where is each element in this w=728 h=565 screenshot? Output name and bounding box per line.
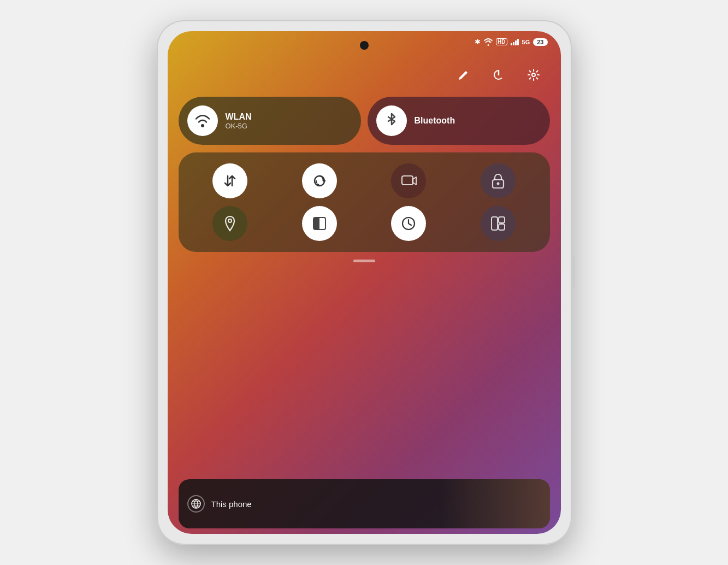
icon-grid-container bbox=[179, 152, 550, 252]
status-bar: ✱ 6 HD 5G 23 bbox=[475, 38, 547, 46]
wlan-tile[interactable]: WLAN OK-5G bbox=[179, 97, 361, 145]
status-bluetooth-icon: ✱ bbox=[475, 38, 481, 46]
camera-notch bbox=[360, 41, 369, 50]
media-globe-icon bbox=[187, 495, 205, 513]
bluetooth-title: Bluetooth bbox=[415, 116, 455, 126]
svg-point-8 bbox=[496, 183, 499, 185]
extra-dim-button[interactable] bbox=[302, 206, 337, 241]
wlan-title: WLAN bbox=[226, 112, 252, 122]
svg-rect-12 bbox=[313, 217, 319, 229]
quick-settings-panel: WLAN OK-5G Bluetooth bbox=[168, 64, 561, 268]
side-button[interactable] bbox=[573, 256, 575, 289]
svg-rect-15 bbox=[499, 217, 505, 223]
wlan-text: WLAN OK-5G bbox=[226, 112, 252, 130]
data-transfer-button[interactable] bbox=[212, 163, 247, 198]
svg-rect-6 bbox=[402, 176, 413, 185]
phone-frame: ✱ 6 HD 5G 23 bbox=[157, 20, 572, 545]
svg-rect-14 bbox=[492, 217, 498, 230]
main-toggle-row: WLAN OK-5G Bluetooth bbox=[179, 97, 550, 145]
wlan-subtitle: OK-5G bbox=[226, 122, 252, 130]
pencil-button[interactable] bbox=[453, 64, 475, 86]
phone-screen: ✱ 6 HD 5G 23 bbox=[168, 31, 561, 534]
media-thumbnail bbox=[441, 479, 550, 528]
power-button[interactable] bbox=[488, 64, 510, 86]
scroll-indicator bbox=[179, 260, 550, 262]
status-wifi-icon: 6 bbox=[484, 38, 493, 46]
svg-point-3 bbox=[532, 73, 535, 76]
5g-badge: 5G bbox=[522, 39, 530, 45]
multi-window-button[interactable] bbox=[481, 206, 516, 241]
bluetooth-icon-circle bbox=[376, 105, 407, 136]
media-title: This phone bbox=[211, 499, 252, 509]
bluetooth-tile[interactable]: Bluetooth bbox=[368, 97, 550, 145]
signal-bars bbox=[511, 39, 519, 45]
icon-grid bbox=[190, 163, 539, 241]
svg-point-4 bbox=[201, 124, 204, 127]
top-icons-row bbox=[179, 64, 550, 86]
battery-badge: 23 bbox=[533, 38, 547, 46]
lock-button[interactable] bbox=[481, 163, 516, 198]
hd-badge: HD bbox=[496, 38, 507, 45]
media-card[interactable]: This phone bbox=[179, 479, 550, 528]
svg-point-9 bbox=[228, 219, 232, 222]
screen-record-button[interactable] bbox=[391, 163, 426, 198]
rotate-sync-button[interactable] bbox=[302, 163, 337, 198]
clock-button[interactable] bbox=[391, 206, 426, 241]
svg-rect-16 bbox=[499, 224, 505, 230]
scroll-pill bbox=[353, 260, 375, 262]
wlan-icon-circle bbox=[187, 105, 218, 136]
settings-button[interactable] bbox=[523, 64, 544, 86]
bluetooth-text: Bluetooth bbox=[415, 116, 455, 126]
svg-text:6: 6 bbox=[489, 40, 490, 43]
location-button[interactable] bbox=[212, 206, 247, 241]
